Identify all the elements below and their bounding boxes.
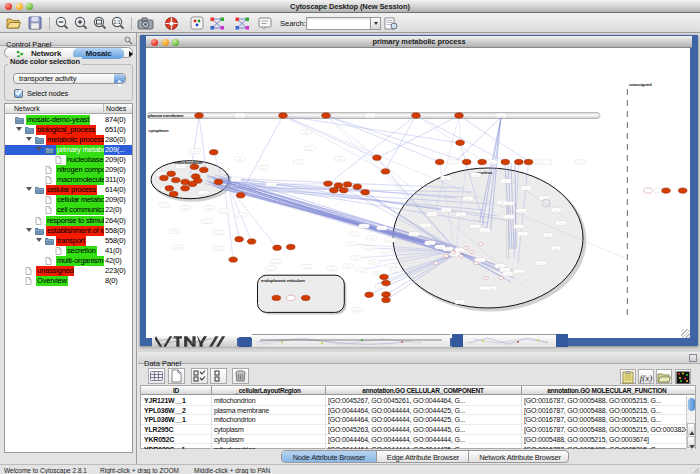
- svg-text:......: ......: [261, 167, 266, 170]
- svg-text:......: ......: [499, 115, 504, 118]
- svg-text:......: ......: [370, 237, 375, 240]
- svg-text:......: ......: [330, 268, 335, 271]
- svg-text:unassigned: unassigned: [629, 82, 652, 87]
- svg-text:......: ......: [362, 225, 367, 228]
- svg-text:......: ......: [338, 158, 343, 161]
- svg-text:f(x): f(x): [640, 373, 653, 383]
- svg-text:......: ......: [554, 247, 559, 250]
- svg-text:plasma membrane: plasma membrane: [148, 113, 184, 118]
- svg-text:......: ......: [490, 161, 495, 164]
- svg-text:......: ......: [389, 265, 394, 268]
- svg-text:......: ......: [183, 207, 188, 210]
- svg-text:......: ......: [517, 271, 522, 274]
- svg-text:......: ......: [205, 221, 210, 224]
- svg-text:......: ......: [216, 232, 221, 235]
- svg-text:......: ......: [366, 247, 371, 250]
- svg-text:......: ......: [352, 233, 357, 236]
- svg-text:......: ......: [517, 226, 522, 229]
- svg-text:......: ......: [507, 216, 512, 219]
- svg-text:......: ......: [438, 246, 443, 249]
- svg-text:......: ......: [524, 187, 529, 190]
- svg-text:......: ......: [412, 233, 417, 236]
- svg-text:......: ......: [504, 180, 509, 183]
- svg-text:......: ......: [179, 165, 184, 168]
- svg-text:......: ......: [388, 239, 393, 242]
- svg-text:......: ......: [355, 309, 360, 312]
- svg-text:......: ......: [519, 210, 524, 213]
- svg-text:......: ......: [368, 115, 373, 118]
- svg-text:......: ......: [423, 224, 428, 227]
- svg-text:......: ......: [473, 226, 478, 229]
- svg-text:......: ......: [394, 269, 399, 272]
- svg-text:......: ......: [559, 222, 564, 225]
- svg-text:......: ......: [193, 150, 198, 153]
- svg-text:......: ......: [175, 246, 180, 249]
- svg-text:......: ......: [554, 209, 559, 212]
- svg-text:......: ......: [446, 248, 451, 251]
- svg-text:......: ......: [428, 242, 433, 245]
- svg-text:......: ......: [478, 259, 483, 262]
- svg-text:......: ......: [520, 233, 525, 236]
- svg-text:......: ......: [349, 243, 354, 246]
- svg-text:......: ......: [466, 198, 471, 201]
- svg-text:......: ......: [546, 234, 551, 237]
- svg-text:......: ......: [273, 261, 278, 264]
- svg-text:......: ......: [379, 285, 384, 288]
- svg-text:endoplasmic reticulum: endoplasmic reticulum: [261, 278, 305, 283]
- svg-text:......: ......: [482, 288, 487, 291]
- svg-text:......: ......: [372, 261, 377, 264]
- svg-text:......: ......: [269, 184, 274, 187]
- svg-text:......: ......: [173, 230, 178, 233]
- svg-text:......: ......: [430, 213, 435, 216]
- svg-text:......: ......: [498, 265, 503, 268]
- svg-text:......: ......: [384, 250, 389, 253]
- svg-text:......: ......: [444, 177, 449, 180]
- svg-text:cytoplasm: cytoplasm: [149, 128, 169, 133]
- svg-text:......: ......: [163, 204, 168, 207]
- svg-text:......: ......: [304, 131, 309, 134]
- svg-text:......: ......: [354, 257, 359, 260]
- svg-text:......: ......: [578, 161, 583, 164]
- svg-text:......: ......: [222, 210, 227, 213]
- svg-text:......: ......: [307, 148, 312, 151]
- svg-text:......: ......: [474, 174, 479, 177]
- svg-text:......: ......: [539, 262, 544, 265]
- svg-text:......: ......: [490, 287, 495, 290]
- svg-text:......: ......: [458, 301, 463, 304]
- svg-text:1:1: 1:1: [114, 19, 121, 25]
- svg-text:mitochondrion: mitochondrion: [174, 160, 203, 165]
- svg-text:......: ......: [458, 249, 463, 252]
- svg-text:......: ......: [234, 178, 239, 181]
- svg-text:......: ......: [296, 161, 301, 164]
- svg-text:......: ......: [216, 248, 221, 251]
- svg-text:......: ......: [506, 203, 511, 206]
- svg-text:......: ......: [304, 266, 309, 269]
- svg-text:......: ......: [359, 269, 364, 272]
- svg-text:..............: ..............: [533, 161, 543, 164]
- svg-text:......: ......: [483, 229, 488, 232]
- svg-text:......: ......: [207, 207, 212, 210]
- svg-text:......: ......: [238, 158, 243, 161]
- svg-text:......: ......: [444, 209, 449, 212]
- svg-text:......: ......: [238, 115, 243, 118]
- svg-text:......: ......: [376, 273, 381, 276]
- svg-text:......: ......: [239, 214, 244, 217]
- svg-text:......: ......: [202, 192, 207, 195]
- svg-text:......: ......: [459, 214, 464, 217]
- svg-text:......: ......: [451, 161, 456, 164]
- svg-text:......: ......: [506, 273, 511, 276]
- svg-text:......: ......: [268, 268, 273, 271]
- svg-text:......: ......: [380, 227, 385, 230]
- svg-text:......: ......: [346, 265, 351, 268]
